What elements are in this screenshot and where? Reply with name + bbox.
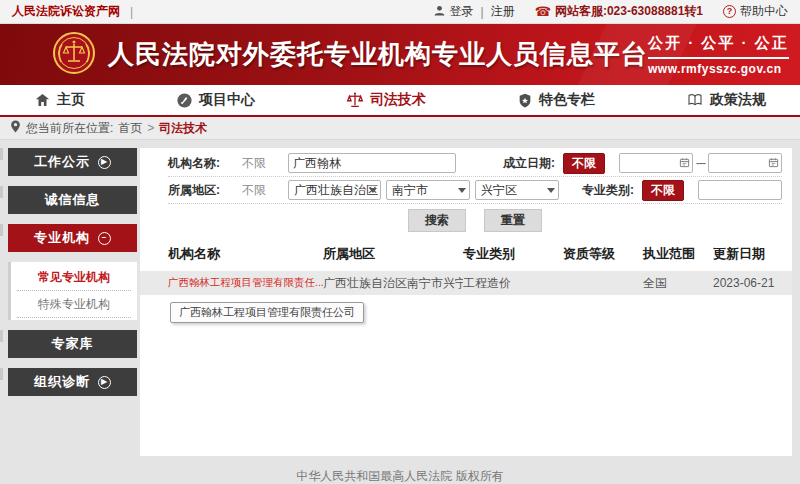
nav-label-judicial-tech: 司法技术 bbox=[370, 91, 426, 109]
breadcrumb-current: 司法技术 bbox=[159, 120, 207, 137]
sidebar-item-work-publicity[interactable]: 工作公示 ▶ bbox=[8, 148, 137, 176]
shield-star-icon bbox=[517, 92, 533, 109]
col-header-qualification: 资质等级 bbox=[563, 245, 643, 263]
results-table-header: 机构名称 所属地区 专业类别 资质等级 执业范围 更新日期 bbox=[168, 236, 782, 271]
nav-item-policy[interactable]: 政策法规 bbox=[686, 91, 766, 109]
region-any-option[interactable]: 不限 bbox=[242, 182, 288, 199]
chevron-down-icon bbox=[547, 188, 555, 193]
sidebar-label-integrity-info: 诚信信息 bbox=[45, 186, 101, 214]
book-icon bbox=[686, 92, 704, 108]
nav-label-project-center: 项目中心 bbox=[199, 91, 255, 109]
cell-scope: 全国 bbox=[643, 275, 713, 292]
org-name-tooltip: 广西翰林工程项目管理有限责任公司 bbox=[170, 302, 364, 323]
col-header-scope: 执业范围 bbox=[643, 245, 713, 263]
sidebar-item-org-diagnosis[interactable]: 组织诊断 ▶ bbox=[8, 368, 137, 396]
nav-label-home: 主页 bbox=[57, 91, 85, 109]
court-emblem-icon bbox=[52, 31, 96, 79]
scales-icon bbox=[346, 91, 364, 109]
site-header: 人民法院对外委托专业机构专业人员信息平台 公开 · 公平 · 公正 www.rm… bbox=[0, 24, 800, 85]
cell-category: 工程造价 bbox=[463, 275, 563, 292]
col-header-category: 专业类别 bbox=[463, 245, 563, 263]
province-select-value: 广西壮族自治区 bbox=[294, 183, 378, 197]
breadcrumb-separator: > bbox=[147, 121, 154, 135]
topbar-separator: | bbox=[130, 5, 133, 19]
table-row[interactable]: 广西翰林工程项目管理有限责任... 广西壮族自治区南宁市兴宁区 工程造价 全国 … bbox=[140, 271, 792, 295]
breadcrumb: 您当前所在位置: 首页 > 司法技术 bbox=[0, 117, 800, 140]
nav-item-project-center[interactable]: 项目中心 bbox=[176, 91, 255, 109]
expand-circle-icon: ▶ bbox=[98, 156, 111, 169]
est-date-label: 成立日期: bbox=[503, 155, 555, 172]
breadcrumb-prefix: 您当前所在位置: bbox=[26, 120, 113, 137]
header-slogan: 公开 · 公平 · 公正 bbox=[648, 34, 789, 59]
sidebar: 工作公示 ▶ 诚信信息 专业机构 − 常见专业机构 特殊专业机构 专家库 组织诊… bbox=[8, 148, 137, 456]
main-panel: 机构名称: 不限 成立日期: 不限 --- 所属地区: 不限 bbox=[140, 148, 792, 456]
expand-circle-icon: ▶ bbox=[98, 376, 111, 389]
cell-region: 广西壮族自治区南宁市兴宁区 bbox=[323, 275, 463, 292]
help-center-link[interactable]: 帮助中心 bbox=[740, 3, 788, 20]
city-select-value: 南宁市 bbox=[392, 183, 428, 197]
org-name-any-option[interactable]: 不限 bbox=[242, 155, 288, 172]
project-icon bbox=[176, 92, 193, 109]
content-area: 工作公示 ▶ 诚信信息 专业机构 − 常见专业机构 特殊专业机构 专家库 组织诊… bbox=[0, 140, 800, 456]
sidebar-item-integrity-info[interactable]: 诚信信息 bbox=[8, 186, 137, 214]
form-row-org-name: 机构名称: 不限 成立日期: 不限 --- bbox=[168, 150, 782, 177]
est-date-start-input[interactable] bbox=[619, 153, 693, 173]
chevron-down-icon bbox=[369, 188, 377, 193]
nav-item-judicial-tech[interactable]: 司法技术 bbox=[346, 91, 426, 109]
org-name-label: 机构名称: bbox=[168, 155, 220, 172]
sidebar-item-professional-orgs[interactable]: 专业机构 − bbox=[8, 224, 137, 252]
user-icon bbox=[433, 4, 446, 20]
nav-label-policy: 政策法规 bbox=[710, 91, 766, 109]
sidebar-item-expert-pool[interactable]: 专家库 bbox=[8, 330, 137, 358]
district-select[interactable]: 兴宁区 bbox=[475, 180, 559, 200]
nav-item-special-column[interactable]: 特色专栏 bbox=[517, 91, 595, 109]
category-label: 专业类别: bbox=[582, 182, 634, 199]
help-icon: ? bbox=[723, 5, 736, 18]
sidebar-label-professional-orgs: 专业机构 bbox=[34, 224, 90, 252]
category-input[interactable] bbox=[698, 180, 782, 200]
category-any-button[interactable]: 不限 bbox=[642, 180, 684, 201]
est-date-end-input[interactable] bbox=[708, 153, 782, 173]
site-name-link[interactable]: 人民法院诉讼资产网 bbox=[12, 3, 120, 20]
collapse-circle-icon: − bbox=[98, 232, 111, 245]
form-actions: 搜索 重置 bbox=[168, 204, 782, 236]
sidebar-label-expert-pool: 专家库 bbox=[52, 330, 94, 358]
breadcrumb-home-link[interactable]: 首页 bbox=[118, 120, 142, 137]
footer-copyright: 中华人民共和国最高人民法院 版权所有 bbox=[0, 456, 800, 484]
nav-label-special-column: 特色专栏 bbox=[539, 91, 595, 109]
chevron-down-icon bbox=[458, 188, 466, 193]
sidebar-label-org-diagnosis: 组织诊断 bbox=[34, 368, 90, 396]
province-select[interactable]: 广西壮族自治区 bbox=[288, 180, 381, 200]
sidebar-submenu: 常见专业机构 特殊专业机构 bbox=[8, 262, 137, 320]
nav-item-home[interactable]: 主页 bbox=[34, 91, 85, 109]
location-pin-icon bbox=[10, 120, 21, 136]
login-register-divider: | bbox=[481, 5, 484, 19]
hotline-text: 网站客服:023-63088881转1 bbox=[555, 3, 703, 20]
org-name-input[interactable] bbox=[288, 153, 456, 173]
sidebar-subitem-common-orgs[interactable]: 常见专业机构 bbox=[17, 264, 131, 291]
sidebar-label-work-publicity: 工作公示 bbox=[34, 148, 90, 176]
header-url: www.rmfysszc.gov.cn bbox=[648, 62, 789, 76]
city-select[interactable]: 南宁市 bbox=[386, 180, 470, 200]
register-link[interactable]: 注册 bbox=[491, 3, 515, 20]
login-link[interactable]: 登录 bbox=[450, 3, 474, 20]
col-header-region: 所属地区 bbox=[323, 245, 463, 263]
sidebar-subitem-special-orgs[interactable]: 特殊专业机构 bbox=[17, 291, 131, 318]
search-button[interactable]: 搜索 bbox=[408, 209, 466, 232]
region-label: 所属地区: bbox=[168, 182, 220, 199]
est-date-any-button[interactable]: 不限 bbox=[563, 153, 605, 174]
col-header-org-name: 机构名称 bbox=[168, 245, 323, 263]
cell-update-date: 2023-06-21 bbox=[713, 276, 782, 290]
org-name-link[interactable]: 广西翰林工程项目管理有限责任... bbox=[168, 276, 323, 290]
col-header-update-date: 更新日期 bbox=[713, 245, 782, 263]
top-utility-bar: 人民法院诉讼资产网 | 登录 | 注册 ☎ 网站客服:023-63088881转… bbox=[0, 0, 800, 24]
reset-button[interactable]: 重置 bbox=[484, 209, 542, 232]
home-icon bbox=[34, 92, 51, 108]
phone-icon: ☎ bbox=[535, 5, 551, 18]
primary-nav: 主页 项目中心 司法技术 特色专栏 政策法规 bbox=[0, 85, 800, 117]
page-title: 人民法院对外委托专业机构专业人员信息平台 bbox=[108, 37, 648, 72]
date-range-separator: --- bbox=[696, 156, 705, 170]
district-select-value: 兴宁区 bbox=[481, 183, 517, 197]
form-row-region: 所属地区: 不限 广西壮族自治区 南宁市 兴宁区 专业类别: 不限 bbox=[168, 177, 782, 204]
